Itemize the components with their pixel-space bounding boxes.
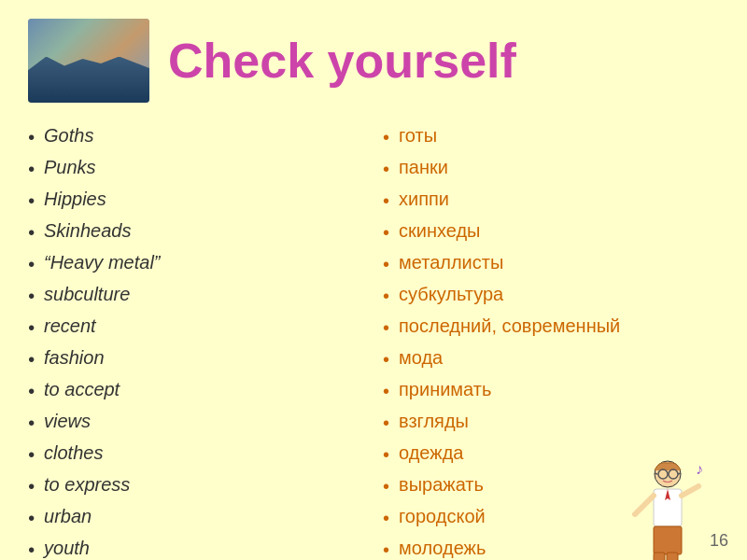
right-list-item: панки xyxy=(383,153,719,185)
left-list-item: recent xyxy=(28,312,364,343)
right-list-item: металлисты xyxy=(383,248,719,280)
right-list-item: взгляды xyxy=(383,407,719,439)
left-column: GothsPunksHippiesSkinheads“Heavy metal”s… xyxy=(28,121,383,560)
svg-rect-8 xyxy=(654,553,665,560)
header: Check yourself xyxy=(28,19,719,103)
right-column: готыпанкихиппискинхедыметаллистысубкульт… xyxy=(383,121,719,560)
right-list-item: скинхеды xyxy=(383,217,719,248)
right-list-item: последний, современный xyxy=(383,312,719,343)
left-list-item: youth xyxy=(28,534,364,560)
right-list-item: хиппи xyxy=(383,185,719,217)
svg-text:♪: ♪ xyxy=(696,461,703,477)
content-area: GothsPunksHippiesSkinheads“Heavy metal”s… xyxy=(28,121,719,560)
cartoon-figure: ♪ xyxy=(616,454,710,560)
left-list-item: Hippies xyxy=(28,185,364,217)
page-number: 16 xyxy=(710,531,728,551)
svg-rect-9 xyxy=(667,553,678,560)
left-list-item: urban xyxy=(28,502,364,534)
page-title: Check yourself xyxy=(168,33,516,89)
left-list-item: to accept xyxy=(28,375,364,407)
svg-line-12 xyxy=(635,496,654,514)
left-list-item: to express xyxy=(28,470,364,502)
left-list-item: “Heavy metal” xyxy=(28,248,364,280)
svg-line-4 xyxy=(655,473,657,474)
right-list-item: готы xyxy=(383,121,719,153)
right-list-item: принимать xyxy=(383,375,719,407)
left-list-item: fashion xyxy=(28,343,364,375)
svg-line-13 xyxy=(682,486,698,496)
right-list-item: мода xyxy=(383,343,719,375)
left-list-item: Goths xyxy=(28,121,364,153)
left-list-item: subculture xyxy=(28,280,364,312)
svg-line-5 xyxy=(678,473,681,474)
english-list: GothsPunksHippiesSkinheads“Heavy metal”s… xyxy=(28,121,364,560)
left-list-item: Punks xyxy=(28,153,364,185)
right-list-item: субкультура xyxy=(383,280,719,312)
slide: Check yourself GothsPunksHippiesSkinhead… xyxy=(0,0,747,560)
left-list-item: clothes xyxy=(28,439,364,470)
header-image xyxy=(28,19,149,103)
left-list-item: views xyxy=(28,407,364,439)
svg-rect-7 xyxy=(654,526,682,554)
left-list-item: Skinheads xyxy=(28,217,364,248)
